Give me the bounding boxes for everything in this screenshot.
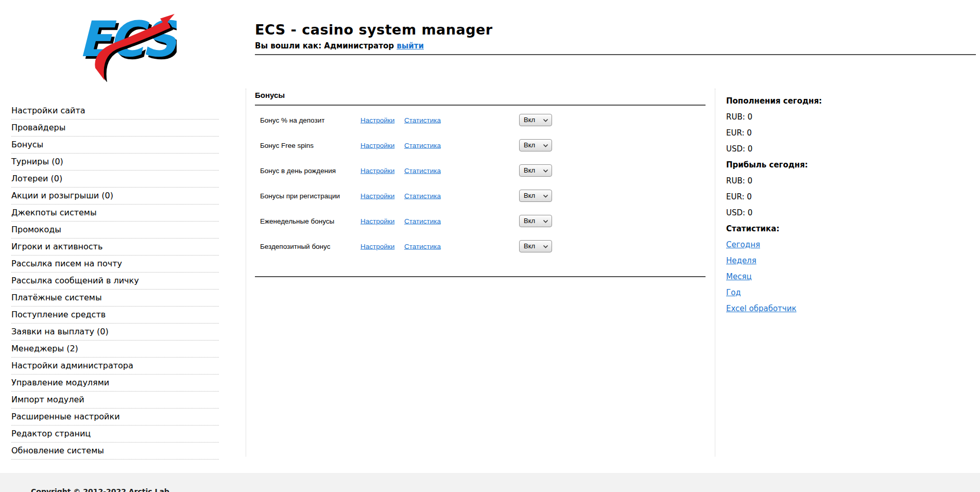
sidebar-item-module-management[interactable]: Управление модулями: [11, 375, 219, 392]
stats-link-year[interactable]: Год: [726, 285, 741, 301]
sidebar-item-bonuses[interactable]: Бонусы: [11, 137, 219, 154]
bonus-rows: Бонус % на депозит Настройки Статистика …: [255, 107, 706, 259]
content-separator-left: [246, 89, 246, 456]
sidebar-item-promocodes[interactable]: Промокоды: [11, 222, 219, 239]
stats-link-today[interactable]: Сегодня: [726, 237, 760, 253]
bonus-settings-link[interactable]: Настройки: [360, 141, 394, 149]
header: ECS - casino system manager Вы вошли как…: [255, 22, 493, 50]
bonus-row-registration: Бонусы при регистрации Настройки Статист…: [255, 183, 706, 208]
statistics-title: Статистика:: [726, 221, 891, 237]
bonus-label: Бонус в день рождения: [260, 166, 336, 174]
bonus-state-select-wrap: Вкл: [519, 240, 552, 252]
bonus-stats-link[interactable]: Статистика: [404, 141, 441, 149]
bonus-stats-link[interactable]: Статистика: [404, 116, 441, 124]
bonus-row-free-spins: Бонус Free spins Настройки Статистика Вк…: [255, 132, 706, 158]
sidebar-item-payout-requests[interactable]: Заявки на выплату (0): [11, 324, 219, 341]
profit-today-title: Прибыль сегодня:: [726, 157, 891, 173]
stats-link-week[interactable]: Неделя: [726, 253, 757, 269]
bonus-row-birthday: Бонус в день рождения Настройки Статисти…: [255, 158, 706, 183]
bonus-stats-link[interactable]: Статистика: [404, 242, 441, 250]
sidebar-item-managers[interactable]: Менеджеры (2): [11, 341, 219, 358]
bonus-stats-link[interactable]: Статистика: [404, 217, 441, 225]
bonus-row-weekly: Еженедельные бонусы Настройки Статистика…: [255, 208, 706, 233]
bonus-state-select[interactable]: Вкл: [519, 114, 552, 126]
bonus-state-select[interactable]: Вкл: [519, 139, 552, 151]
bonus-stats-link[interactable]: Статистика: [404, 192, 441, 199]
bonuses-title: Бонусы: [255, 91, 706, 105]
bonus-row-deposit-percent: Бонус % на депозит Настройки Статистика …: [255, 107, 706, 132]
deposits-today-title: Пополнения сегодня:: [726, 93, 891, 109]
bonus-label: Бездепозитный бонус: [260, 242, 330, 250]
footer: Copyright © 2012-2022 Arctic Lab: [0, 473, 980, 492]
sidebar-item-page-editor[interactable]: Редактор страниц: [11, 426, 219, 443]
sidebar-item-lotteries[interactable]: Лотереи (0): [11, 171, 219, 188]
sidebar-item-email-mailing[interactable]: Рассылка писем на почту: [11, 256, 219, 273]
stats-link-month[interactable]: Месяц: [726, 269, 752, 285]
sidebar-item-system-update[interactable]: Обновление системы: [11, 443, 219, 460]
sidebar-item-advanced-settings[interactable]: Расширенные настройки: [11, 409, 219, 426]
bonus-label: Еженедельные бонусы: [260, 217, 334, 225]
stats-sidebar: Пополнения сегодня: RUB: 0 EUR: 0 USD: 0…: [726, 93, 891, 317]
bonus-settings-link[interactable]: Настройки: [360, 166, 394, 174]
deposits-usd: USD: 0: [726, 141, 891, 157]
logout-link[interactable]: выйти: [397, 41, 424, 50]
deposits-eur: EUR: 0: [726, 125, 891, 141]
bonus-state-select[interactable]: Вкл: [519, 190, 552, 202]
bonus-settings-link[interactable]: Настройки: [360, 217, 394, 225]
profit-usd: USD: 0: [726, 205, 891, 221]
bonus-state-select[interactable]: Вкл: [519, 215, 552, 227]
sidebar-item-site-settings[interactable]: Настройки сайта: [11, 103, 219, 120]
bonus-state-select[interactable]: Вкл: [519, 240, 552, 252]
page-title: ECS - casino system manager: [255, 22, 493, 38]
bonus-label: Бонус % на депозит: [260, 116, 324, 124]
bonus-state-select-wrap: Вкл: [519, 114, 552, 126]
bonus-state-select-wrap: Вкл: [519, 190, 552, 202]
bonus-state-select-wrap: Вкл: [519, 139, 552, 151]
login-status-text: Вы вошли как: Администратор: [255, 41, 394, 50]
sidebar-item-module-import[interactable]: Импорт модулей: [11, 392, 219, 409]
bonus-stats-link[interactable]: Статистика: [404, 166, 441, 174]
profit-rub: RUB: 0: [726, 173, 891, 189]
bonus-label: Бонусы при регистрации: [260, 192, 340, 199]
bonus-settings-link[interactable]: Настройки: [360, 116, 394, 124]
bonus-settings-link[interactable]: Настройки: [360, 242, 394, 250]
deposits-rub: RUB: 0: [726, 109, 891, 125]
bonus-label: Бонус Free spins: [260, 141, 314, 149]
bonus-state-select-wrap: Вкл: [519, 164, 552, 177]
sidebar-item-players[interactable]: Игроки и активность: [11, 239, 219, 256]
sidebar-item-pm-mailing[interactable]: Рассылка сообщений в личку: [11, 273, 219, 290]
bonuses-panel: Бонусы Бонус % на депозит Настройки Стат…: [255, 91, 706, 277]
bonus-state-select-wrap: Вкл: [519, 215, 552, 227]
bonuses-top-divider: [255, 105, 706, 106]
content-separator-right: [715, 89, 715, 456]
header-divider: [255, 54, 976, 55]
stats-link-excel[interactable]: Excel обработчик: [726, 301, 796, 317]
sidebar-item-providers[interactable]: Провайдеры: [11, 120, 219, 137]
profit-eur: EUR: 0: [726, 189, 891, 205]
bonus-state-select[interactable]: Вкл: [519, 164, 552, 177]
sidebar-item-payment-systems[interactable]: Платёжные системы: [11, 290, 219, 307]
sidebar-item-admin-settings[interactable]: Настройки администратора: [11, 358, 219, 375]
copyright-text: Copyright © 2012-2022 Arctic Lab: [31, 487, 169, 492]
sidebar-item-incoming-funds[interactable]: Поступление средств: [11, 307, 219, 324]
sidebar-item-promotions[interactable]: Акции и розыгрыши (0): [11, 188, 219, 205]
bonus-settings-link[interactable]: Настройки: [360, 192, 394, 199]
bonuses-bottom-divider: [255, 276, 706, 277]
ecs-logo: ECS ECS: [74, 7, 177, 82]
ecs-logo-image: ECS ECS: [74, 7, 177, 82]
sidebar: Настройки сайта Провайдеры Бонусы Турнир…: [11, 103, 219, 460]
sidebar-item-tournaments[interactable]: Турниры (0): [11, 154, 219, 171]
bonus-row-no-deposit: Бездепозитный бонус Настройки Статистика…: [255, 233, 706, 259]
admin-page: ECS ECS ECS - casino system manager Вы в…: [0, 0, 980, 492]
login-status: Вы вошли как: Администратор выйти: [255, 41, 493, 50]
sidebar-item-jackpots[interactable]: Джекпоты системы: [11, 205, 219, 222]
